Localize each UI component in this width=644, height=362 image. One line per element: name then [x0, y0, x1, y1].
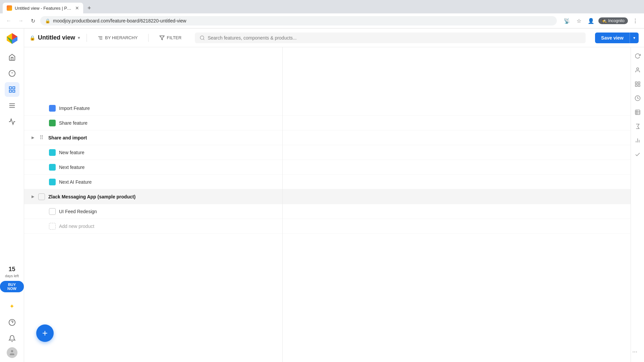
feature-color-icon [49, 208, 56, 215]
toolbar: 🔒 Untitled view ▾ BY HIERARCHY FILTER Sa… [24, 28, 644, 47]
sidebar-item-insights[interactable] [5, 66, 19, 81]
more-button[interactable]: ⋮ [631, 16, 640, 25]
feature-row[interactable]: Next AI Feature [24, 175, 631, 189]
trial-days: 15 [5, 265, 19, 273]
svg-point-16 [11, 350, 13, 353]
save-view-dropdown-button[interactable]: ▾ [630, 33, 639, 43]
trial-text: days left [5, 274, 19, 278]
expand-button[interactable] [40, 179, 47, 185]
new-tab-button[interactable]: + [85, 3, 94, 13]
svg-point-21 [200, 36, 204, 40]
right-panel-user-icon[interactable] [633, 65, 642, 75]
add-product-icon [49, 223, 56, 230]
content-area: Import Feature Share feature ▶ ⠿ Share a… [24, 47, 644, 362]
expand-button[interactable]: ▶ [30, 193, 36, 200]
search-icon [200, 35, 205, 41]
svg-rect-8 [12, 87, 14, 89]
feature-group-row[interactable]: ▶ ⠿ Share and import [24, 130, 631, 145]
incognito-label: Incognito [608, 18, 625, 23]
filter-button[interactable]: FILTER [155, 33, 185, 43]
feature-row[interactable]: Share feature [24, 116, 631, 130]
save-view-button[interactable]: Save view [595, 33, 630, 43]
sparkle-icon: ✦ [9, 303, 14, 310]
right-panel-refresh-icon[interactable] [633, 51, 642, 61]
column-divider [282, 47, 283, 362]
right-panel-check-icon[interactable] [633, 150, 642, 159]
feature-row[interactable]: Import Feature [24, 101, 631, 116]
sidebar-item-roadmap[interactable] [5, 98, 19, 113]
sidebar-item-notifications[interactable] [5, 331, 19, 346]
expand-button[interactable] [40, 208, 47, 215]
feature-group-row[interactable]: ▶ Zlack Messaging App (sample product) [24, 189, 631, 204]
expand-button[interactable] [40, 164, 47, 171]
svg-rect-9 [9, 90, 11, 92]
right-panel-clock-icon[interactable] [633, 94, 642, 103]
expand-button[interactable] [40, 105, 47, 112]
empty-bottom-area [24, 234, 631, 301]
add-new-product-row[interactable]: Add new product [24, 219, 631, 234]
feature-color-icon [49, 164, 56, 171]
cast-button[interactable]: 📡 [562, 16, 572, 25]
right-panel-table-icon[interactable] [633, 108, 642, 117]
feature-group-icon: ⠿ [38, 134, 45, 141]
incognito-badge: 🕵 Incognito [598, 17, 628, 24]
feature-group-name: Zlack Messaging App (sample product) [48, 194, 136, 199]
feature-row[interactable]: New feature [24, 145, 631, 160]
sidebar-item-features[interactable] [5, 82, 19, 97]
expand-button[interactable] [40, 120, 47, 126]
add-feature-fab[interactable]: + [36, 324, 54, 342]
feature-color-icon [49, 120, 56, 126]
forward-button[interactable]: → [16, 16, 25, 25]
tab-close-button[interactable]: ✕ [75, 5, 79, 11]
by-hierarchy-button[interactable]: BY HIERARCHY [94, 33, 142, 43]
bookmark-button[interactable]: ☆ [574, 16, 584, 25]
back-button[interactable]: ← [4, 16, 13, 25]
sidebar-item-help[interactable] [5, 315, 19, 330]
user-avatar[interactable] [7, 347, 17, 358]
svg-marker-20 [160, 36, 164, 40]
svg-rect-25 [638, 82, 640, 83]
right-panel-sigma-icon[interactable] [633, 122, 642, 131]
feature-color-icon [49, 149, 56, 156]
svg-rect-27 [638, 85, 640, 86]
right-panel-grid-icon[interactable] [633, 79, 642, 89]
search-input[interactable] [208, 35, 581, 41]
main-content: 🔒 Untitled view ▾ BY HIERARCHY FILTER Sa… [24, 28, 644, 362]
feature-name: New feature [59, 150, 84, 155]
feature-group-name: Share and import [48, 135, 87, 140]
svg-point-23 [637, 68, 639, 70]
feature-row[interactable]: Next feature [24, 160, 631, 175]
svg-rect-26 [635, 85, 637, 86]
svg-rect-24 [635, 82, 637, 83]
refresh-button[interactable]: ↻ [28, 16, 38, 25]
add-product-label: Add new product [59, 224, 94, 229]
search-bar[interactable] [195, 33, 586, 43]
svg-rect-29 [635, 110, 640, 115]
view-title-chevron: ▾ [78, 36, 80, 40]
expand-button[interactable] [40, 149, 47, 156]
expand-button [40, 223, 47, 230]
bottom-dots[interactable]: ··· [632, 348, 637, 355]
url-text: moodjoy.productboard.com/feature-board/6… [53, 18, 186, 23]
address-bar[interactable]: 🔒 moodjoy.productboard.com/feature-board… [40, 16, 557, 25]
expand-button[interactable]: ▶ [30, 134, 36, 141]
tab-favicon [7, 5, 12, 11]
feature-name: Import Feature [59, 106, 90, 111]
active-tab[interactable]: Untitled view - Features | Produc… ✕ [3, 3, 83, 13]
sidebar-item-sparkle[interactable]: ✦ [5, 299, 19, 314]
svg-rect-10 [12, 90, 14, 92]
sidebar-item-analytics[interactable] [5, 114, 19, 129]
filter-label: FILTER [167, 35, 181, 40]
toolbar-right: Save view ▾ [595, 33, 639, 43]
profile-button[interactable]: 👤 [586, 16, 596, 25]
right-sidebar [631, 47, 644, 362]
buy-now-button[interactable]: BUY NOW [0, 281, 24, 292]
app-logo[interactable] [6, 33, 18, 45]
view-title[interactable]: 🔒 Untitled view ▾ [30, 34, 80, 41]
feature-name: UI Feed Redesign [59, 209, 97, 214]
sidebar-item-home[interactable] [5, 50, 19, 65]
feature-name: Next AI Feature [59, 179, 92, 185]
feature-list: Import Feature Share feature ▶ ⠿ Share a… [24, 47, 631, 362]
feature-row[interactable]: UI Feed Redesign [24, 204, 631, 219]
right-panel-chart-icon[interactable] [633, 136, 642, 145]
